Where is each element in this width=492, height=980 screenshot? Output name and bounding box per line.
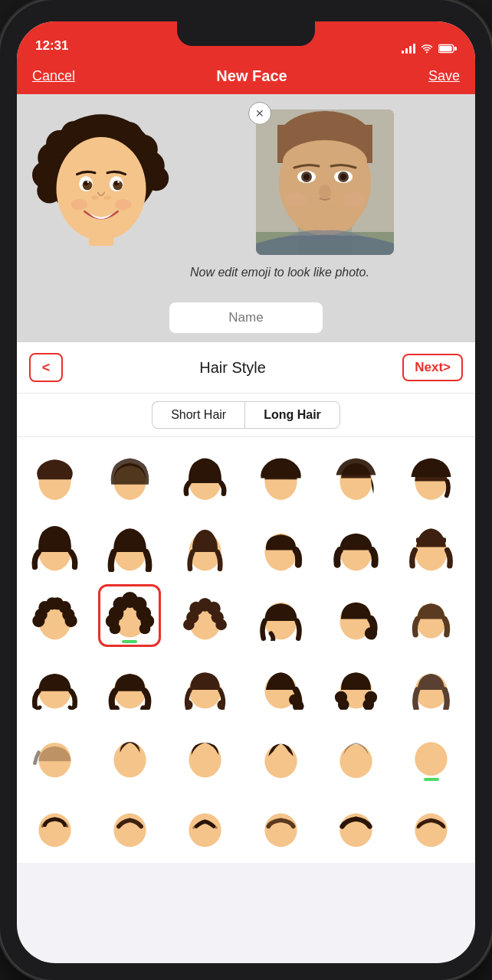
right-section: ✕ bbox=[182, 109, 460, 281]
cancel-button[interactable]: Cancel bbox=[32, 68, 75, 84]
svg-rect-2 bbox=[454, 46, 457, 50]
emoji-avatar bbox=[32, 109, 170, 247]
hair-option-9[interactable] bbox=[171, 512, 240, 581]
svg-point-79 bbox=[139, 623, 151, 635]
hair-option-1[interactable] bbox=[20, 443, 89, 512]
svg-point-87 bbox=[215, 619, 227, 630]
hair-option-30[interactable] bbox=[397, 719, 466, 788]
svg-point-13 bbox=[144, 166, 169, 191]
hair-option-21[interactable] bbox=[171, 650, 240, 719]
svg-point-22 bbox=[87, 181, 90, 183]
signal-icon bbox=[402, 43, 415, 54]
hair-option-4[interactable] bbox=[246, 443, 315, 512]
hair-option-7[interactable] bbox=[20, 512, 89, 581]
hair-option-selected[interactable] bbox=[95, 581, 164, 650]
hair-option-34[interactable] bbox=[246, 788, 315, 857]
hair-option-29[interactable] bbox=[321, 719, 390, 788]
svg-point-86 bbox=[183, 619, 195, 630]
svg-point-69 bbox=[64, 615, 77, 627]
hair-option-22[interactable] bbox=[246, 650, 315, 719]
svg-point-47 bbox=[294, 207, 356, 234]
svg-rect-1 bbox=[439, 45, 451, 51]
svg-point-78 bbox=[110, 623, 121, 635]
hair-option-18[interactable] bbox=[397, 581, 466, 650]
hair-option-27[interactable] bbox=[171, 719, 240, 788]
hair-option-31[interactable] bbox=[20, 788, 89, 857]
svg-point-24 bbox=[91, 196, 98, 200]
svg-point-43 bbox=[319, 185, 331, 200]
svg-point-68 bbox=[32, 615, 44, 627]
svg-point-25 bbox=[104, 196, 111, 200]
hair-option-33[interactable] bbox=[171, 788, 240, 857]
svg-point-42 bbox=[340, 174, 346, 180]
tab-long-hair[interactable]: Long Hair bbox=[244, 401, 340, 429]
svg-point-23 bbox=[117, 181, 120, 183]
next-category-button[interactable]: Next> bbox=[402, 354, 463, 381]
bottom-panel: < Hair Style Next> Short Hair Long Hair bbox=[17, 342, 475, 863]
hair-option-20[interactable] bbox=[95, 650, 164, 719]
name-input[interactable] bbox=[169, 302, 323, 333]
svg-point-112 bbox=[189, 813, 221, 847]
tab-short-hair[interactable]: Short Hair bbox=[152, 401, 244, 429]
emoji-preview bbox=[32, 109, 170, 247]
hair-option-23[interactable] bbox=[321, 650, 390, 719]
hair-grid bbox=[17, 437, 475, 863]
phone-screen: 12:31 bbox=[17, 21, 475, 963]
svg-point-90 bbox=[365, 627, 377, 639]
selected-indicator bbox=[122, 640, 137, 643]
hair-option-16[interactable] bbox=[246, 581, 315, 650]
sub-tabs: Short Hair Long Hair bbox=[17, 394, 475, 437]
hair-option-8[interactable] bbox=[95, 512, 164, 581]
nav-bar: Cancel New Face Save bbox=[17, 60, 475, 94]
hair-option-28[interactable] bbox=[246, 719, 315, 788]
category-title: Hair Style bbox=[199, 359, 266, 377]
hair-option-12[interactable] bbox=[397, 512, 466, 581]
photo-svg bbox=[256, 109, 394, 255]
svg-point-15 bbox=[57, 137, 146, 240]
svg-rect-28 bbox=[89, 232, 113, 246]
category-nav: < Hair Style Next> bbox=[17, 342, 475, 394]
hair-option-35[interactable] bbox=[321, 788, 390, 857]
battery-icon bbox=[438, 44, 457, 54]
hair-option-19[interactable] bbox=[20, 650, 89, 719]
svg-point-36 bbox=[283, 140, 367, 183]
preview-area: ✕ bbox=[17, 94, 475, 293]
wifi-icon bbox=[420, 43, 434, 54]
hair-option-11[interactable] bbox=[321, 512, 390, 581]
hair-option-15[interactable] bbox=[171, 581, 240, 650]
svg-point-107 bbox=[264, 744, 297, 778]
status-icons bbox=[402, 43, 457, 54]
hair-option-5[interactable] bbox=[321, 443, 390, 512]
hair-option-25[interactable] bbox=[20, 719, 89, 788]
svg-rect-60 bbox=[416, 537, 446, 543]
empty-indicator bbox=[424, 778, 439, 781]
name-input-container bbox=[17, 293, 475, 342]
hair-option-2[interactable] bbox=[95, 443, 164, 512]
svg-point-27 bbox=[115, 199, 132, 210]
hair-option-26[interactable] bbox=[95, 719, 164, 788]
face-photo bbox=[256, 109, 394, 255]
hair-option-24[interactable] bbox=[397, 650, 466, 719]
page-title: New Face bbox=[216, 67, 287, 85]
instruction-text: Now edit emoji to look like photo. bbox=[182, 264, 377, 281]
phone-frame: 12:31 bbox=[0, 0, 492, 980]
hair-option-6[interactable] bbox=[397, 443, 466, 512]
hair-option-36[interactable] bbox=[397, 788, 466, 857]
hair-option-32[interactable] bbox=[95, 788, 164, 857]
close-button[interactable]: ✕ bbox=[248, 102, 271, 125]
hair-option-13[interactable] bbox=[20, 581, 89, 650]
notch bbox=[177, 21, 315, 46]
prev-category-button[interactable]: < bbox=[29, 353, 63, 382]
svg-point-41 bbox=[303, 174, 310, 180]
hair-option-17[interactable] bbox=[321, 581, 390, 650]
hair-option-10[interactable] bbox=[246, 512, 315, 581]
svg-point-45 bbox=[285, 192, 307, 207]
status-time: 12:31 bbox=[35, 38, 68, 54]
svg-point-108 bbox=[339, 744, 372, 778]
svg-point-109 bbox=[415, 742, 448, 776]
svg-point-46 bbox=[343, 192, 365, 207]
save-button[interactable]: Save bbox=[428, 68, 460, 84]
svg-point-97 bbox=[289, 694, 300, 706]
photo-container: ✕ bbox=[256, 109, 394, 255]
hair-option-3[interactable] bbox=[171, 443, 240, 512]
